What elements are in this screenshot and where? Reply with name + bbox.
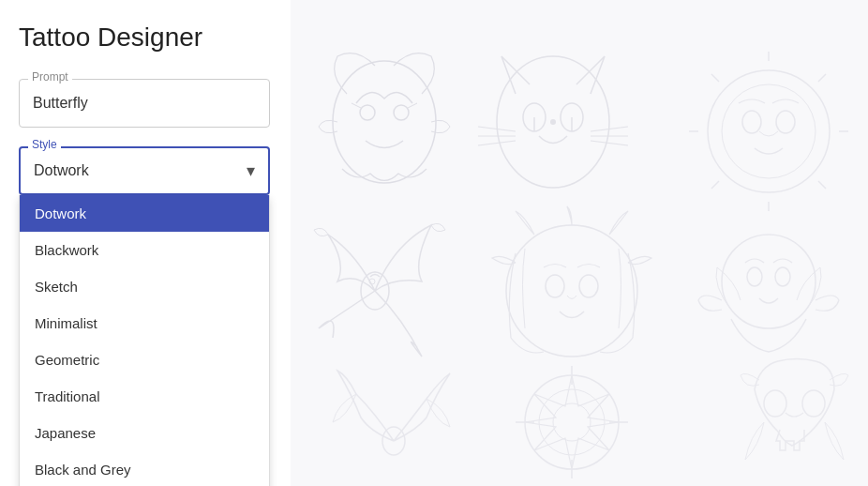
style-field-group: Style Dotwork ▾ Dotwork Blackwork Sketch… bbox=[19, 146, 272, 195]
prompt-label: Prompt bbox=[28, 70, 72, 84]
dropdown-item-traditional[interactable]: Traditional bbox=[20, 378, 269, 415]
right-panel bbox=[291, 0, 868, 486]
dropdown-item-black-and-grey[interactable]: Black and Grey bbox=[20, 451, 269, 486]
style-selected-value: Dotwork bbox=[34, 162, 89, 179]
dropdown-item-minimalist[interactable]: Minimalist bbox=[20, 305, 269, 342]
dropdown-item-blackwork[interactable]: Blackwork bbox=[20, 232, 269, 268]
style-select-box[interactable]: Dotwork ▾ bbox=[19, 146, 270, 195]
dropdown-item-dotwork[interactable]: Dotwork bbox=[20, 195, 269, 232]
dropdown-item-japanese[interactable]: Japanese bbox=[20, 415, 269, 451]
dropdown-item-sketch[interactable]: Sketch bbox=[20, 268, 269, 305]
tattoo-background bbox=[291, 0, 868, 486]
chevron-down-icon: ▾ bbox=[247, 160, 255, 181]
prompt-field-group: Prompt bbox=[19, 79, 272, 128]
main-container: Tattoo Designer Prompt Style Dotwork ▾ D… bbox=[0, 0, 868, 486]
style-label: Style bbox=[28, 138, 61, 151]
svg-rect-0 bbox=[291, 0, 868, 486]
tattoo-sketches-svg bbox=[291, 0, 868, 486]
left-panel: Tattoo Designer Prompt Style Dotwork ▾ D… bbox=[0, 0, 291, 486]
svg-point-17 bbox=[550, 119, 556, 125]
style-dropdown-list: Dotwork Blackwork Sketch Minimalist Geom… bbox=[19, 195, 270, 486]
dropdown-item-geometric[interactable]: Geometric bbox=[20, 342, 269, 378]
page-title: Tattoo Designer bbox=[19, 23, 272, 53]
style-select-wrapper: Style Dotwork ▾ Dotwork Blackwork Sketch… bbox=[19, 146, 270, 195]
prompt-input[interactable] bbox=[19, 79, 270, 128]
